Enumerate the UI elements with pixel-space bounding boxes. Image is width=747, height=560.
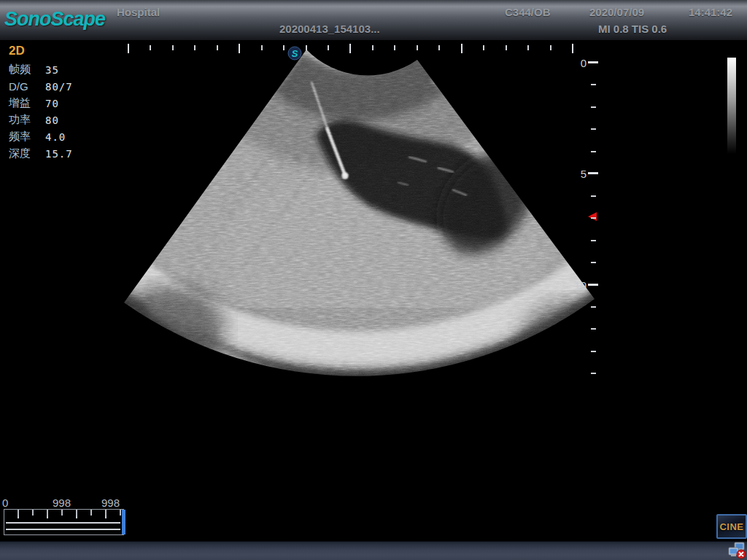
system-date: 2020/07/09 [589,6,644,18]
cine-total-frames-label: 998 [101,497,120,509]
param-row-power: 功率 80 [9,112,73,128]
depth-ruler-major-tick-10 [588,284,598,286]
depth-ruler-ticks [591,62,596,376]
param-row-gain: 增益 70 [9,95,73,112]
cine-track[interactable] [6,522,120,530]
taskbar [0,541,747,560]
depth-ruler-major-tick-0 [588,61,598,63]
ultrasound-image: S [0,0,747,560]
grayscale-map-bar [727,58,736,154]
exam-file-id: 20200413_154103... [279,23,380,35]
param-label: 帧频 [9,63,45,77]
top-ruler-major-ticks [128,44,574,53]
cine-current-frame-label: 998 [53,497,71,509]
cine-ruler-minor-ticks [18,510,124,516]
param-row-depth: 深度 15.7 [9,145,73,162]
param-row-dg: D/G 80/7 [9,78,73,95]
depth-label-5: 5 [573,168,587,180]
network-disconnected-icon[interactable] [727,542,746,559]
system-time: 14:41:42 [689,6,732,18]
cine-position-marker[interactable] [122,510,125,534]
top-bar: SonoScape Hospital 20200413_154103... C3… [0,0,747,41]
param-value: 15.7 [45,148,73,160]
cine-button[interactable]: CINE [716,514,747,539]
param-value: 80/7 [45,81,73,93]
mi-tis-indices: MI 0.8 TIS 0.6 [598,23,667,35]
hospital-name: Hospital [117,6,160,18]
param-row-frequency: 频率 4.0 [9,128,73,145]
cine-start-label: 0 [2,497,8,509]
param-value: 4.0 [45,131,66,143]
depth-label-0: 0 [573,57,587,69]
mode-label: 2D [9,44,73,58]
param-label: 深度 [9,147,45,160]
imaging-params-panel: 2D 帧频 35 D/G 80/7 增益 70 功率 80 频率 4.0 深度 … [9,44,73,162]
brand-logo: SonoScape [4,8,105,31]
depth-label-10: 10 [573,279,587,292]
param-row-frame-rate: 帧频 35 [9,61,73,78]
ultrasound-screen: S SonoScape Hospital 20200413_154103... … [0,0,747,560]
param-value: 80 [45,114,59,126]
param-label: 功率 [9,113,45,127]
cine-scrubber[interactable] [4,509,124,535]
depth-ruler-major-tick-5 [588,172,598,174]
param-label: D/G [9,80,45,93]
param-label: 增益 [9,96,45,110]
param-label: 频率 [9,130,45,144]
probe-preset: C344/OB [505,6,551,18]
fan-image [0,0,747,408]
param-value: 35 [45,64,59,76]
param-value: 70 [45,98,59,109]
